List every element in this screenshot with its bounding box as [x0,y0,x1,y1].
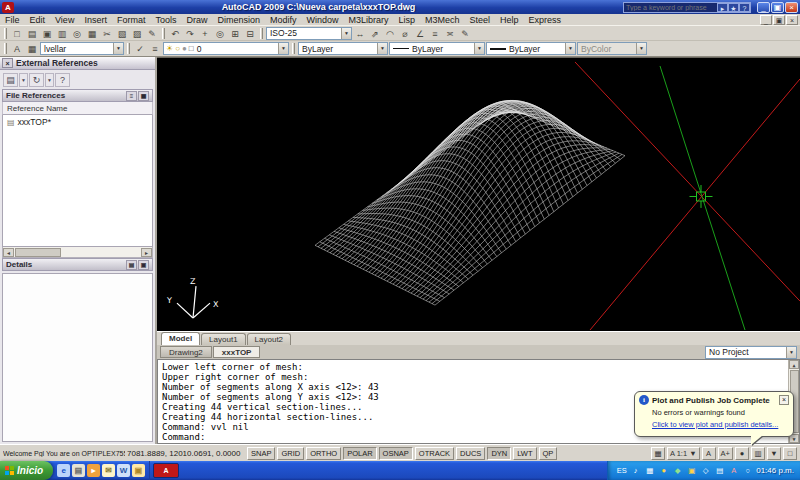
linetype-combo[interactable]: ByLayer ▼ [389,42,485,55]
hscroll-thumb[interactable] [15,248,61,257]
menu-item[interactable]: Tools [150,14,181,26]
menu-item[interactable]: Help [495,14,524,26]
toolbar-grip[interactable] [292,43,295,54]
menu-item[interactable]: Dimension [212,14,265,26]
favorites-star-icon[interactable]: ★ [728,3,739,12]
text-style-icon[interactable]: A [10,42,24,55]
dim-linear-icon[interactable]: ↔ [353,27,367,40]
chevron-down-icon[interactable]: ▼ [113,43,123,54]
refresh-dropdown-icon[interactable]: ▼ [45,73,54,87]
menu-item[interactable]: Format [112,14,151,26]
color-combo[interactable]: ByLayer ▼ [298,42,388,55]
tray-network-icon[interactable]: ▦ [644,465,655,476]
dim-diameter-icon[interactable]: ⌀ [398,27,412,40]
plot-publish-tray-icon[interactable]: ▥ [751,447,765,460]
attach-reference-button[interactable]: ▤ [3,73,18,87]
dim-style-combo[interactable]: ISO-25 ▼ [266,27,352,40]
tray-autodesk-icon[interactable]: A [728,465,739,476]
refresh-button[interactable]: ↻ [29,73,44,87]
tree-view-button[interactable]: ▦ [138,91,149,101]
status-menu-icon[interactable]: ▼ [767,447,781,460]
make-layer-current-icon[interactable]: ✓ [133,42,147,55]
menu-item[interactable]: M3Library [344,14,394,26]
annotation-autoscale-icon[interactable]: A+ [718,447,733,460]
restore-button[interactable]: ▣ [771,2,784,13]
status-toggle[interactable]: QP [539,447,558,460]
close-button[interactable]: × [785,2,798,13]
copy-icon[interactable]: ▧ [115,27,129,40]
start-button[interactable]: Inicio [0,461,53,480]
mdi-close-button[interactable]: × [786,15,798,25]
menu-item[interactable]: Draw [181,14,212,26]
dim-baseline-icon[interactable]: ≍ [443,27,457,40]
scroll-right-icon[interactable]: ► [141,248,152,257]
chevron-down-icon[interactable]: ▼ [278,43,288,54]
quicklaunch-mail-icon[interactable]: ✉ [102,464,115,477]
status-toggle[interactable]: SNAP [247,447,275,460]
attach-dropdown-icon[interactable]: ▼ [19,73,28,87]
zoom-window-icon[interactable]: ⊞ [228,27,242,40]
scroll-left-icon[interactable]: ◄ [3,248,14,257]
palette-close-icon[interactable]: × [2,58,13,68]
dim-style-icon[interactable]: ✎ [458,27,472,40]
plot-icon[interactable]: ▥ [55,27,69,40]
coordinates-readout[interactable]: 7081.8889, 12010.0691, 0.0000 [127,449,245,458]
taskbar-autocad-task[interactable]: A [153,463,179,478]
toolbar-grip[interactable] [4,43,7,54]
text-style-combo[interactable]: lvellar ▼ [40,42,124,55]
toolbar-grip[interactable] [162,28,165,39]
toolbar-grip[interactable] [127,43,130,54]
match-properties-icon[interactable]: ✎ [145,27,159,40]
layer-combo[interactable]: ☀○●□ 0 ▼ [163,42,289,55]
quicklaunch-folder-icon[interactable]: ▣ [132,464,145,477]
paste-icon[interactable]: ▨ [130,27,144,40]
chevron-down-icon[interactable]: ▼ [565,43,575,54]
layer-properties-icon[interactable]: ≡ [148,42,162,55]
undo-icon[interactable]: ↶ [168,27,182,40]
model-space-icon[interactable]: ▦ [651,447,665,460]
dim-arc-icon[interactable]: ◠ [383,27,397,40]
tray-antivirus-icon[interactable]: ● [658,465,669,476]
table-style-icon[interactable]: ▦ [25,42,39,55]
minimize-button[interactable]: _ [757,2,770,13]
infocenter-search-input[interactable] [624,4,717,11]
cut-icon[interactable]: ✂ [100,27,114,40]
status-toggle[interactable]: OSNAP [379,447,413,460]
menu-item[interactable]: Express [524,14,567,26]
tab-model[interactable]: Model [161,332,200,345]
menu-item[interactable]: M3Mech [420,14,465,26]
tab-xxxtop[interactable]: xxxTOP [213,346,261,358]
tray-usb-icon[interactable]: ◇ [700,465,711,476]
menu-item[interactable]: Insert [79,14,112,26]
toolbar-grip[interactable] [4,28,7,39]
quicklaunch-media-player-icon[interactable]: ▸ [87,464,100,477]
menu-item[interactable]: Modify [265,14,302,26]
quicklaunch-ie-icon[interactable]: e [57,464,70,477]
annotation-scale-control[interactable]: A 1:1 ▼ [667,447,700,460]
publish-icon[interactable]: ▦ [85,27,99,40]
details-view-button[interactable]: ▤ [126,260,137,270]
status-toggle[interactable]: OTRACK [415,447,454,460]
balloon-close-icon[interactable]: × [779,395,789,405]
menu-item[interactable]: Window [302,14,344,26]
chevron-down-icon[interactable]: ▼ [474,43,484,54]
toolbar-grip[interactable] [260,28,263,39]
zoom-realtime-icon[interactable]: ◎ [213,27,227,40]
annotation-visibility-icon[interactable]: A [702,447,716,460]
menu-item[interactable]: Edit [25,14,51,26]
balloon-details-link[interactable]: Click to view plot and publish details..… [652,420,778,429]
preview-view-button[interactable]: ▣ [138,260,149,270]
status-toggle[interactable]: DYN [487,447,511,460]
status-toggle[interactable]: ORTHO [306,447,341,460]
status-toggle[interactable]: GRID [277,447,304,460]
list-view-button[interactable]: ≡ [126,91,137,101]
xref-help-button[interactable]: ? [55,73,70,87]
tab-layout1[interactable]: Layout1 [201,333,245,345]
dim-aligned-icon[interactable]: ⇗ [368,27,382,40]
redo-icon[interactable]: ↷ [183,27,197,40]
open-icon[interactable]: ▤ [25,27,39,40]
save-icon[interactable]: ▣ [40,27,54,40]
zoom-previous-icon[interactable]: ⊟ [243,27,257,40]
xref-item-xxxtop[interactable]: ▤ xxxTOP* [3,115,152,129]
reference-name-column-header[interactable]: Reference Name [2,102,153,115]
